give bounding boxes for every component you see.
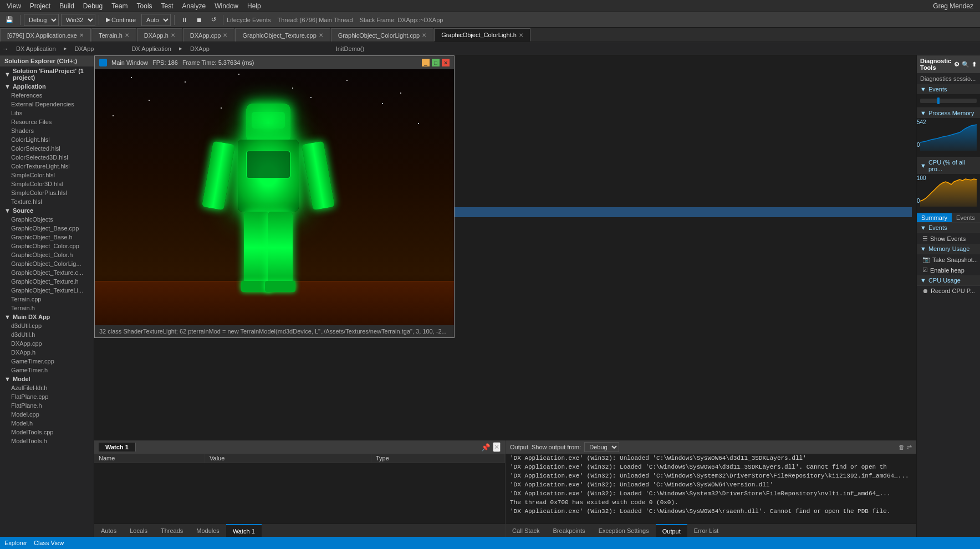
sidebar-dxapp-h[interactable]: DXApp.h	[0, 348, 94, 357]
sidebar-colorselected3d-hlsl[interactable]: ColorSelected3D.hlsl	[0, 153, 94, 162]
output-clear-btn[interactable]: 🗑	[899, 444, 905, 451]
tab-watch1[interactable]: Watch 1	[226, 524, 262, 537]
sidebar-resource-files[interactable]: Resource Files	[0, 117, 94, 126]
maximize-btn[interactable]: □	[432, 59, 440, 66]
output-source-select[interactable]: Debug	[584, 442, 619, 452]
sidebar-graphicobjects[interactable]: GraphicObjects	[0, 215, 94, 224]
config-dropdown[interactable]: Debug	[24, 14, 59, 26]
tab-go-texture-close[interactable]: ✕	[319, 32, 323, 38]
diag-settings-icon[interactable]: ⚙	[954, 61, 959, 68]
menu-tools[interactable]: Tools	[132, 1, 157, 11]
tab-threads[interactable]: Threads	[154, 524, 190, 537]
sidebar-references[interactable]: References	[0, 91, 94, 100]
sidebar-go-texture-h[interactable]: GraphicObject_Texture.h	[0, 277, 94, 286]
platform-dropdown[interactable]: Win32	[61, 14, 95, 26]
sidebar-texture-hlsl[interactable]: Texture.hlsl	[0, 197, 94, 206]
tab2-dxapp[interactable]: DXApp	[69, 44, 100, 53]
sidebar-simplecolor3d-hlsl[interactable]: SimpleColor3D.hlsl	[0, 179, 94, 188]
tab-breakpoints[interactable]: Breakpoints	[547, 524, 592, 537]
diag-events-title[interactable]: ▼ Events	[917, 84, 980, 94]
tab-output[interactable]: Output	[656, 524, 687, 537]
status-explorer[interactable]: Explorer	[4, 540, 27, 546]
events-tab[interactable]: Events	[952, 213, 979, 222]
tab-call-stack[interactable]: Call Stack	[506, 524, 547, 537]
sidebar-main-section[interactable]: ▼ Main DX App	[0, 312, 94, 321]
tab-error-list[interactable]: Error List	[687, 524, 726, 537]
sidebar-go-textureli[interactable]: GraphicObject_TextureLi...	[0, 286, 94, 295]
sidebar-ext-deps[interactable]: External Dependencies	[0, 100, 94, 109]
sidebar-header[interactable]: Solution Explorer (Ctrl+;)	[0, 55, 94, 66]
tab2-initdemo[interactable]: InitDemo()	[330, 44, 370, 53]
tab-process-close[interactable]: ✕	[79, 32, 84, 38]
diag-expand-icon[interactable]: ⬆	[972, 61, 977, 68]
tab-dxapp-h[interactable]: DXApp.h ✕	[137, 28, 182, 42]
stop-btn[interactable]: ⏹	[193, 16, 206, 24]
minimize-btn[interactable]: _	[422, 59, 430, 66]
sidebar-go-colorlight[interactable]: GraphicObject_ColorLig...	[0, 259, 94, 268]
tab2-dx-app2[interactable]: DX Application	[126, 44, 177, 53]
sidebar-source-section[interactable]: ▼ Source	[0, 206, 94, 215]
menu-debug[interactable]: Debug	[79, 1, 107, 11]
sidebar-go-base-h[interactable]: GraphicObject_Base.h	[0, 233, 94, 242]
menu-test[interactable]: Test	[157, 1, 178, 11]
menu-help[interactable]: Help	[243, 1, 266, 11]
sidebar-azulfilehdr-h[interactable]: AzulFileHdr.h	[0, 383, 94, 392]
sidebar-shaders[interactable]: Shaders	[0, 126, 94, 135]
diag-enable-heap[interactable]: ☑ Enable heap	[917, 265, 980, 275]
tab-autos[interactable]: Autos	[94, 524, 123, 537]
pause-btn[interactable]: ⏸	[178, 16, 191, 24]
sidebar-simplecolor-hlsl[interactable]: SimpleColor.hlsl	[0, 171, 94, 179]
tab-dxapp-cpp[interactable]: DXApp.cpp ✕	[183, 28, 235, 42]
mode-dropdown[interactable]: Auto	[141, 14, 171, 26]
menu-window[interactable]: Window	[210, 1, 243, 11]
sidebar-colorlight-hlsl[interactable]: ColorLight.hlsl	[0, 135, 94, 144]
tab-process[interactable]: [6796] DX Application.exe ✕	[0, 28, 91, 42]
sidebar-modeltools-cpp[interactable]: ModelTools.cpp	[0, 428, 94, 437]
sidebar-modeltools-h[interactable]: ModelTools.h	[0, 437, 94, 445]
tab2-dxapp2[interactable]: DXApp	[185, 44, 215, 53]
watch-pin-btn[interactable]: 📌	[481, 442, 491, 452]
sidebar-d3dutil-h[interactable]: d3dUtil.h	[0, 330, 94, 339]
menu-team[interactable]: Team	[107, 1, 132, 11]
tab-go-colorlight-h[interactable]: GraphicObject_ColorLight.h ✕	[434, 28, 530, 42]
sidebar-flatplane-h[interactable]: FlatPlane.h	[0, 401, 94, 410]
sidebar-colorselected-hlsl[interactable]: ColorSelected.hlsl	[0, 144, 94, 153]
sidebar-d3dutil-cpp[interactable]: d3dUtil.cpp	[0, 321, 94, 330]
sidebar-app-section[interactable]: ▼ Application	[0, 82, 94, 91]
summary-tab[interactable]: Summary	[917, 213, 952, 222]
output-wrap-btn[interactable]: ⇌	[907, 444, 912, 451]
sidebar-go-color-cpp[interactable]: GraphicObject_Color.cpp	[0, 242, 94, 250]
tab-locals[interactable]: Locals	[123, 524, 154, 537]
sidebar-project[interactable]: ▼ Solution 'FinalProject' (1 project)	[0, 66, 94, 82]
sidebar-flatplane-cpp[interactable]: FlatPlane.cpp	[0, 392, 94, 401]
sidebar-gametimer-cpp[interactable]: GameTimer.cpp	[0, 357, 94, 366]
continue-btn[interactable]: ▶ Continue	[103, 15, 139, 24]
diag-record-cpu[interactable]: ⏺ Record CPU P...	[917, 286, 980, 296]
tab-dxapp-h-close[interactable]: ✕	[171, 32, 175, 38]
sidebar-dxapp-cpp[interactable]: DXApp.cpp	[0, 339, 94, 348]
diag-search-icon[interactable]: 🔍	[962, 61, 969, 68]
sidebar-gametimer-h[interactable]: GameTimer.h	[0, 366, 94, 374]
diag-cpu-usage-title[interactable]: ▼ CPU Usage	[917, 275, 980, 285]
sidebar-go-base-cpp[interactable]: GraphicObject_Base.cpp	[0, 224, 94, 233]
tab2-dx-app[interactable]: DX Application	[11, 44, 62, 53]
watch-tab[interactable]: Watch 1	[99, 443, 136, 451]
menu-project[interactable]: Project	[25, 1, 55, 11]
tab-exception-settings[interactable]: Exception Settings	[592, 524, 656, 537]
tab-go-texture[interactable]: GraphicObject_Texture.cpp ✕	[235, 28, 330, 42]
diag-show-events[interactable]: ☰ Show Events	[917, 233, 980, 244]
watch-close-btn[interactable]: ✕	[493, 442, 501, 452]
diag-memory-usage-title[interactable]: ▼ Memory Usage	[917, 244, 980, 254]
tab-dxapp-cpp-close[interactable]: ✕	[223, 32, 227, 38]
sidebar-go-texture-c[interactable]: GraphicObject_Texture.c...	[0, 268, 94, 277]
sidebar-model-h[interactable]: Model.h	[0, 419, 94, 428]
sidebar-terrain-cpp[interactable]: Terrain.cpp	[0, 295, 94, 304]
close-btn[interactable]: ✕	[442, 59, 450, 66]
diag-process-memory-title[interactable]: ▼ Process Memory	[917, 108, 980, 118]
game-window-title[interactable]: Main Window FPS: 186 Frame Time: 5.37634…	[95, 56, 454, 69]
tab-go-colorlight[interactable]: GraphicObject_ColorLight.cpp ✕	[331, 28, 433, 42]
sidebar-model-section[interactable]: ▼ Model	[0, 374, 94, 383]
menu-view[interactable]: View	[2, 1, 25, 11]
tab-go-colorlight-h-close[interactable]: ✕	[519, 32, 523, 38]
tab-modules[interactable]: Modules	[190, 524, 226, 537]
